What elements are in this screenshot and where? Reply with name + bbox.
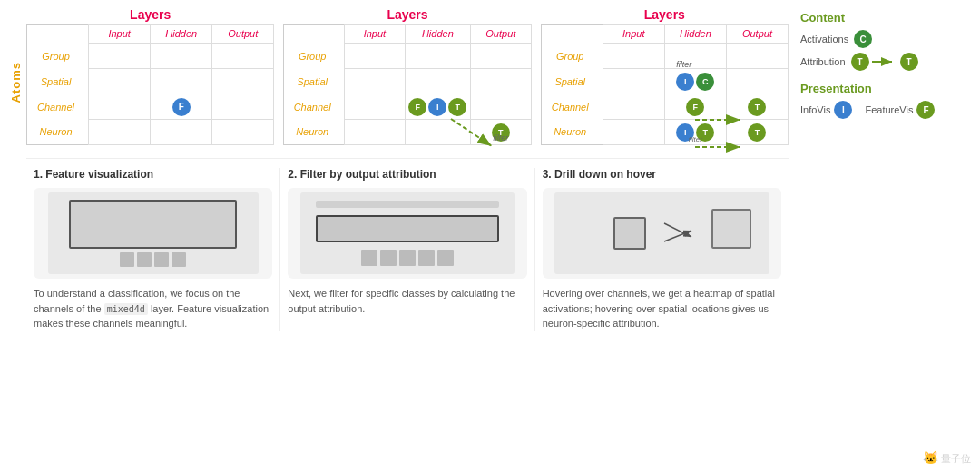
grid-3: Layers Input Hidden Output [541,7,789,145]
attribution-from-badge: T [851,53,869,71]
step-2-text: Next, we filter for specific classes by … [288,286,526,316]
col-header-hidden-1: Hidden [151,25,212,44]
table-row: Group [27,44,274,69]
step-2-title: 2. Filter by output attribution [288,168,526,181]
table-row: Group [284,44,531,69]
badge-I-2: I [428,98,446,116]
activations-badge: C [854,30,872,48]
step-2: 2. Filter by output attribution [280,168,534,331]
table-row: Neuron I T filter [541,120,788,145]
featurevis-item: FeatureVis F [865,101,935,119]
step-2-image [288,188,526,279]
badge-T-2: T [448,98,466,116]
step-3-image [543,188,781,279]
step-1-image [34,188,272,279]
badge-F-2: F [408,98,426,116]
infovis-badge: I [834,101,852,119]
step3-arrows-svg [664,214,710,251]
table-row: Spatial filter I C [541,69,788,94]
activations-label: Activations [800,34,848,44]
presentation-items: InfoVis I FeatureVis F [800,101,953,119]
filter-label-2: filter [493,133,508,143]
table-row: Neuron [27,120,274,145]
table-row: Spatial [27,69,274,94]
table-row: Channel F [27,94,274,120]
atoms-label: Atoms [9,62,23,103]
grid-table-1: Input Hidden Output Group [26,24,274,145]
badge-F-3: F [686,98,704,116]
step-3-title: 3. Drill down on hover [543,168,781,181]
grid-1: Layers Input Hidden Output [26,7,274,145]
filter-label-3a: filter [676,60,691,69]
right-panel: Content Activations C Attribution T T [789,7,953,331]
col-header-output-1: Output [212,25,274,44]
step-1: 1. Feature visualization [26,168,280,331]
attribution-arrow-row: T T [851,53,918,71]
step-3: 3. Drill down on hover [535,168,789,331]
attribution-row: Attribution T T [800,53,953,71]
featurevis-label: FeatureVis [865,104,913,115]
presentation-title: Presentation [800,82,953,95]
badge-C-3: C [696,73,714,91]
table-row: Spatial [284,69,531,94]
step-1-text: To understand a classification, we focus… [34,286,272,331]
svg-line-8 [664,231,691,241]
col-header-hidden-3: Hidden [664,25,726,44]
infovis-item: InfoVis I [800,101,852,119]
badge-T-neuron-out-3: T [748,123,766,142]
col-header-output-2: Output [470,25,531,44]
table-row: Channel F I T [284,94,531,120]
content-title: Content [800,11,953,25]
grid-2: Layers Input Hidden Output [283,7,531,145]
col-header-input-1: Input [89,25,151,44]
infovis-label: InfoVis [800,104,830,115]
activations-row: Activations C [800,30,953,48]
table-row: Group [541,44,788,69]
layers-title-1: Layers [26,7,274,22]
featurevis-badge: F [916,101,935,119]
col-header-output-3: Output [726,25,788,44]
svg-line-7 [664,223,691,237]
attribution-to-badge: T [900,53,918,71]
badge-T-channel-3: T [748,98,766,116]
filter-label-3b: filter [689,135,702,143]
layers-title-2: Layers [283,7,531,22]
attribution-arrow-svg [872,56,897,67]
table-row: Channel F T [541,94,788,120]
grid-table-3: Input Hidden Output Group [541,24,789,145]
watermark: 🐱 量子位 [923,450,971,466]
step-3-text: Hovering over channels, we get a heatmap… [543,286,781,331]
col-header-hidden-2: Hidden [405,25,470,44]
col-header-input-3: Input [603,25,664,44]
layers-title-3: Layers [541,7,789,22]
col-header-input-2: Input [345,25,406,44]
attribution-label: Attribution [800,56,846,67]
table-row: Neuron T filter [284,120,531,145]
badge-I-3: I [676,73,694,91]
step-1-title: 1. Feature visualization [34,168,272,181]
badge-F-1: F [172,98,191,116]
grid-table-2: Input Hidden Output Group [283,24,531,145]
steps-section: 1. Feature visualization [26,158,789,331]
